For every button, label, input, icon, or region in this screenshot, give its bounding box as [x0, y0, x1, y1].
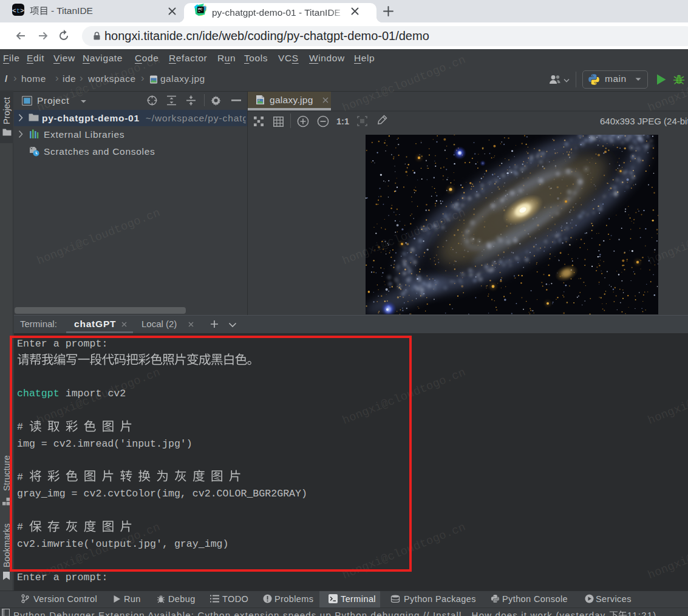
- svg-text:PC: PC: [198, 7, 203, 11]
- svg-text:<t>: <t>: [12, 7, 24, 15]
